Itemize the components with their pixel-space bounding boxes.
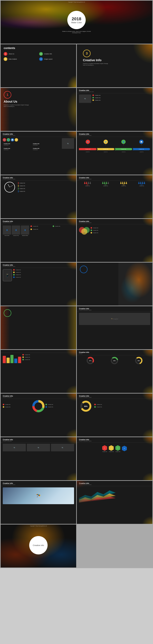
s11-item-2: Creative Info	[91, 230, 150, 231]
slide-ci-3: Creative info Praesent Presentation Grap…	[77, 132, 152, 174]
s11-label-2: Creative Info	[93, 230, 98, 231]
s12-label-1: Creative Info	[16, 270, 21, 270]
s9-header: Creative info Praesent Presentation Grap…	[77, 175, 152, 180]
slide-creative-info-3: 3 Creative Info Praesent in Complete Pre…	[77, 44, 152, 87]
svg-text:1: 1	[104, 447, 105, 449]
s16-bar-5	[18, 357, 21, 363]
contents-item-1: 1 About Us	[4, 52, 38, 56]
s8-item-2: Creative Info	[18, 185, 74, 187]
s5-sub: Praesent Presentation Graphic Dolor	[79, 91, 150, 92]
s7-sub: Praesent Presentation Graphic	[79, 135, 150, 136]
s9-person-icon-2	[102, 182, 104, 184]
s6-box-2: Creative Info Lorem ipsum	[32, 142, 61, 146]
s21-hex-1: 1 Creative Info	[102, 445, 107, 452]
s9-person-icon-4	[140, 182, 141, 184]
s10-photos: 👤 David Griffon 👤 Lawrence Price 👤 Steph…	[3, 226, 29, 236]
s9-people-grid: 25% Creative Info 50% Creative Info	[79, 182, 150, 186]
s16-dot-2: Creative Info	[22, 356, 74, 358]
s10-item-3: Creative Info	[31, 228, 52, 230]
s10-sub: Praesent Presentation	[3, 222, 74, 223]
s9-person-row-1	[84, 182, 91, 184]
slide-paraglider: Creative info Praesent Presentation Grap…	[1, 481, 76, 524]
slide-ci-1: Creative info Praesent Presentation Grap…	[77, 88, 152, 131]
s7-icon-circle-1: 🐦	[86, 140, 90, 144]
s9-person-icon	[84, 182, 86, 184]
s12-item-1: Creative Info	[13, 269, 74, 271]
s9-person-row-3	[120, 182, 127, 184]
s9-person-icon-4	[138, 182, 140, 184]
s11-label-1: Creative Info	[93, 228, 98, 228]
s9-val-4: 100%	[133, 184, 150, 186]
svg-text:58%: 58%	[137, 360, 140, 362]
s7-label-1: 1	[86, 144, 90, 145]
s10-img-2: 👤	[12, 226, 20, 234]
s12-item-4: Creative Info	[13, 276, 74, 278]
slide-ci-leaves: Creative info Praesent Presentation Grap…	[77, 219, 152, 262]
s7-desc-2: Lorem Ins	[97, 152, 114, 152]
s15-header: Creative info Praesent Presentation Grap…	[77, 306, 152, 312]
s16-bar-2	[7, 358, 10, 363]
s11-item-1: Creative Info	[91, 227, 150, 229]
s23-body	[77, 486, 152, 504]
s20-photo-1: 📷	[3, 444, 26, 451]
s9-people-3: 75% Creative Info	[115, 182, 132, 186]
s21-hex-label-3: Creative Info	[115, 451, 120, 452]
s8-sub: Praesent Presentation Graphic	[3, 178, 74, 180]
slide-about-us: 1 About Us Praesent in Complete Presenta…	[1, 88, 76, 131]
ci3-num: 3	[83, 50, 91, 57]
title-year: 2018	[72, 16, 81, 21]
ci3-desc: Praesent in Complete Presentation Graphi…	[83, 63, 110, 66]
s20-title: Creative info	[3, 439, 74, 440]
s18-header: Creative info Praesent Presentation	[1, 394, 76, 399]
s18-l3: Creative Info	[48, 404, 53, 405]
s5-dot-1	[92, 94, 94, 96]
s8-item-label-1: Creative Info	[20, 182, 25, 184]
s10-label-2: Creative Info	[55, 226, 60, 227]
s10-body: 👤 David Griffon 👤 Lawrence Price 👤 Steph…	[1, 224, 76, 237]
s10-dot-1	[31, 226, 32, 227]
s6-image: 📷	[62, 138, 74, 149]
s10-label-3: Creative Info	[33, 229, 38, 230]
il-left	[77, 262, 118, 306]
s20-item-3: 📷	[51, 444, 74, 452]
s17-splash-br	[140, 384, 152, 393]
s20-header: Creative info Praesent Presentation	[1, 437, 76, 442]
about-num: 1	[4, 91, 11, 98]
s21-hex-svg-2: 2	[109, 445, 114, 451]
s18-splash-br	[64, 428, 76, 436]
contents-num-4: 4	[39, 57, 43, 61]
s22-sub: Praesent Presentation Graphic	[3, 484, 74, 485]
s7-icon-1: 🐦 1	[86, 140, 90, 145]
s18-item-4: Creative Info	[45, 406, 74, 408]
s9-val-2: 50%	[97, 184, 114, 186]
slide-ci-hex: Creative info Praesent Presentation Grap…	[77, 437, 152, 480]
s12-label-4: Creative Info	[16, 277, 21, 278]
s11-sub: Praesent Presentation Graphic	[79, 222, 150, 223]
s18-title: Creative info	[3, 395, 74, 397]
slide-area-chart: Creative info Praesent Presentation Grap…	[77, 481, 152, 524]
s5-item-3: Creative Info	[92, 99, 150, 101]
s7-desc-3: Lorem Ins	[115, 152, 132, 152]
slide-title: Copyright © http://www.pptstore.net 2018…	[1, 0, 152, 44]
s12-dot-2	[13, 272, 15, 273]
s9-person-icon-2	[104, 182, 105, 184]
title-desc: Nullam eu tempor purus. Nunc a leo magna…	[61, 31, 92, 34]
s12-label-3: Creative Info	[16, 274, 21, 275]
s11-header: Creative info Praesent Presentation Grap…	[77, 219, 152, 224]
s17-donut-1: 47%	[86, 356, 95, 365]
s17-header: Creative info Analysis	[77, 350, 152, 355]
s15-photo: 🪂 Paraglider	[79, 313, 150, 325]
contents-num-2: 2	[39, 52, 43, 56]
s17-donut-2: 35%	[110, 356, 119, 365]
s17-donut-svg-1: 47%	[86, 356, 95, 365]
s23-sub: Praesent Presentation Graphic	[79, 484, 150, 485]
slide-ci-something: Creative info Praesent Presentation Grap…	[77, 306, 152, 349]
s9-val-3: 75%	[115, 184, 132, 186]
s12-dot-3	[13, 274, 15, 276]
s8-header: Creative info Praesent Presentation Grap…	[1, 175, 76, 180]
contents-grid: 1 About Us 2 Creative Info 3 Data Analys…	[4, 52, 73, 61]
s11-item-3: Creative Info	[91, 232, 150, 234]
s10-title: Creative info	[3, 220, 74, 222]
s8-item-4: Creative Info	[18, 190, 74, 192]
s12-item-2: Creative Info	[13, 272, 74, 273]
